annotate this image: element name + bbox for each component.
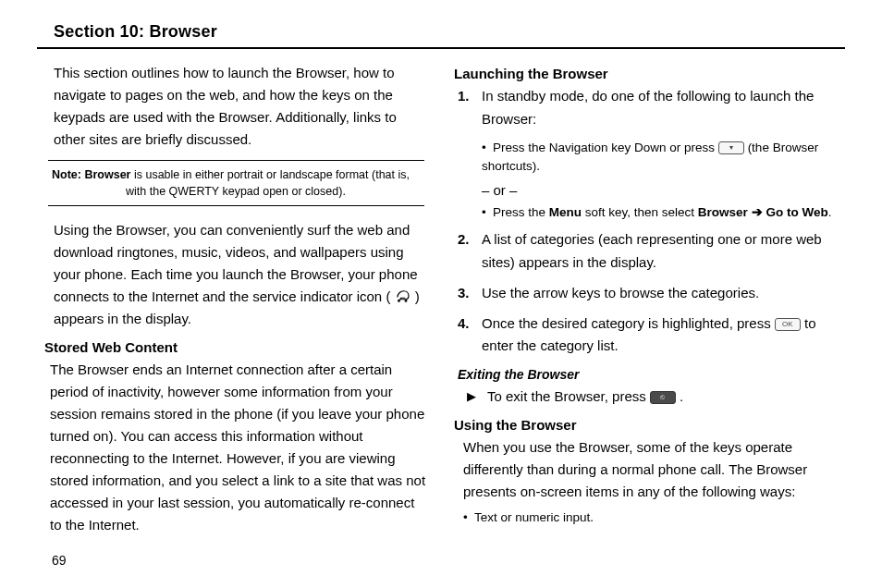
manual-page: Section 10: Browser This section outline… xyxy=(0,0,882,588)
using-bullet-1-text: Text or numeric input. xyxy=(474,510,594,524)
stored-web-text: The Browser ends an Internet connection … xyxy=(50,359,428,536)
note-text: is usable in either portrait or landscap… xyxy=(126,168,410,198)
right-column: Launching the Browser 1. In standby mode… xyxy=(454,62,845,536)
service-indicator-icon xyxy=(395,288,411,304)
exit-pre: To exit the Browser, press xyxy=(487,388,650,404)
step4-pre: Once the desired category is highlighted… xyxy=(482,315,775,331)
nav-down-key-icon: ▾ xyxy=(718,141,744,154)
ok-key-icon: OK xyxy=(775,318,801,331)
step-2-text: A list of categories (each representing … xyxy=(482,228,845,275)
bullet2-gotoweb: Go to Web xyxy=(766,205,827,219)
note-box: Note: Browser is usable in either portra… xyxy=(48,160,424,206)
launch-bullet-1: •Press the Navigation key Down or press … xyxy=(482,139,845,178)
launch-bullet-2: •Press the Menu soft key, then select Br… xyxy=(482,203,845,223)
bullet2-browser: Browser xyxy=(698,205,748,219)
end-key-icon: ⎋ xyxy=(650,391,676,404)
step-3-text: Use the arrow keys to browse the categor… xyxy=(482,282,759,305)
usage-paragraph: Using the Browser, you can conveniently … xyxy=(54,219,428,330)
triangle-bullet-icon: ▶ xyxy=(467,386,487,407)
using-heading: Using the Browser xyxy=(454,417,845,433)
step-1: 1. In standby mode, do one of the follow… xyxy=(458,85,845,131)
launching-heading: Launching the Browser xyxy=(454,66,845,81)
section-rule xyxy=(37,47,845,49)
note-label: Note: xyxy=(52,168,81,181)
intro-paragraph: This section outlines how to launch the … xyxy=(54,62,428,151)
bullet2-pre: Press the xyxy=(493,205,549,219)
exit-post: . xyxy=(680,388,683,404)
note-bold-word: Browser xyxy=(84,168,130,181)
svg-point-1 xyxy=(405,300,407,302)
step-4: 4. Once the desired category is highligh… xyxy=(458,312,845,359)
step-1-text: In standby mode, do one of the following… xyxy=(482,85,845,131)
step-2: 2. A list of categories (each representi… xyxy=(458,228,845,275)
svg-point-0 xyxy=(398,300,399,302)
or-separator: – or – xyxy=(482,182,845,198)
stored-web-heading: Stored Web Content xyxy=(44,339,428,355)
using-text: When you use the Browser, some of the ke… xyxy=(463,436,845,503)
arrow-icon: ➔ xyxy=(752,205,763,219)
exiting-heading: Exiting the Browser xyxy=(458,367,845,382)
usage-pre: Using the Browser, you can conveniently … xyxy=(54,222,418,304)
section-title: Section 10: Browser xyxy=(54,22,845,42)
page-number: 69 xyxy=(52,553,67,568)
launch-steps-rest: 2. A list of categories (each representi… xyxy=(458,228,845,358)
left-column: This section outlines how to launch the … xyxy=(37,62,428,536)
bullet2-menu: Menu xyxy=(549,205,582,219)
content-columns: This section outlines how to launch the … xyxy=(37,62,845,536)
using-bullet-1: •Text or numeric input. xyxy=(463,508,845,528)
bullet2-end: . xyxy=(828,205,832,219)
bullet1-pre: Press the Navigation key Down or press xyxy=(493,141,718,154)
step-3: 3. Use the arrow keys to browse the cate… xyxy=(458,282,845,305)
launch-steps: 1. In standby mode, do one of the follow… xyxy=(458,85,845,131)
exit-step: ▶ To exit the Browser, press ⎋ . xyxy=(467,386,845,408)
bullet2-mid: soft key, then select xyxy=(582,205,698,219)
